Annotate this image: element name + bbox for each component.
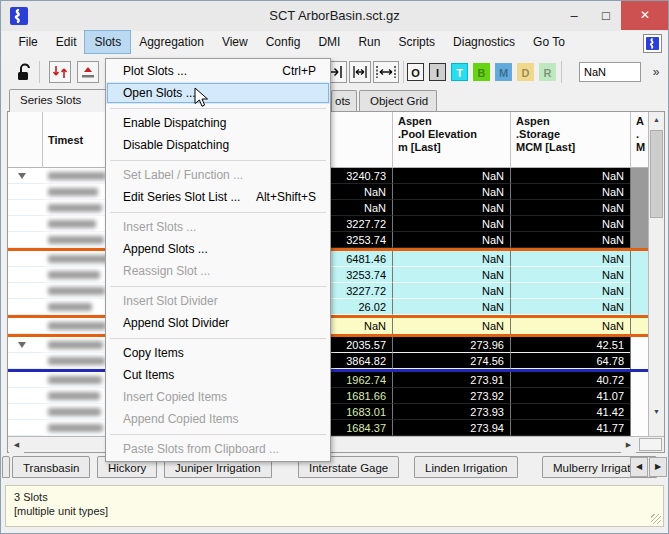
value-cell[interactable]: NaN — [510, 267, 630, 283]
title-bar[interactable]: SCT ArborBasin.sct.gz – □ ✕ — [1, 1, 668, 31]
partial-value-cell[interactable] — [630, 283, 648, 299]
partial-value-cell[interactable] — [630, 388, 648, 404]
row-gutter[interactable] — [8, 283, 42, 299]
value-cell[interactable]: NaN — [510, 283, 630, 299]
tab-scroll-right-icon[interactable]: ▶ — [649, 457, 667, 477]
row-gutter[interactable] — [8, 216, 42, 232]
header-partial-column[interactable]: A.M — [630, 112, 648, 168]
top-tab-ots[interactable]: ots — [331, 90, 357, 111]
scroll-right-icon[interactable]: ▶ — [621, 437, 636, 453]
value-cell[interactable]: 42.51 — [510, 337, 630, 353]
header-aspen-storage[interactable]: Aspen.StorageMCM [Last] — [510, 112, 630, 168]
row-gutter[interactable] — [8, 420, 42, 436]
menu-item-edit-series-slot-list[interactable]: Edit Series Slot List ...Alt+Shift+S — [106, 186, 330, 208]
value-cell[interactable]: 273.94 — [392, 420, 510, 436]
row-gutter[interactable] — [8, 168, 42, 184]
value-entry-input[interactable] — [579, 62, 641, 82]
row-gutter[interactable] — [8, 404, 42, 420]
flag-button-r[interactable]: R — [539, 63, 556, 81]
value-cell[interactable]: NaN — [392, 216, 510, 232]
partial-tab[interactable] — [2, 456, 10, 478]
partial-value-cell[interactable] — [630, 299, 648, 315]
menubar-item-aggregation[interactable]: Aggregation — [130, 31, 213, 53]
scroll-down-icon[interactable]: ▼ — [649, 404, 664, 420]
flag-button-b[interactable]: B — [473, 63, 490, 81]
partial-value-cell[interactable] — [630, 267, 648, 283]
menu-item-insert-slot-divider[interactable]: Insert Slot Divider — [106, 290, 330, 312]
value-cell[interactable]: NaN — [510, 232, 630, 248]
value-cell[interactable]: NaN — [510, 299, 630, 315]
row-gutter[interactable] — [8, 232, 42, 248]
sheet-tab-transbasin[interactable]: Transbasin — [12, 456, 90, 478]
value-cell[interactable]: 41.42 — [510, 404, 630, 420]
menu-item-disable-dispatching[interactable]: Disable Dispatching — [106, 134, 330, 156]
value-cell[interactable]: NaN — [510, 216, 630, 232]
close-button[interactable]: ✕ — [621, 1, 669, 30]
value-cell[interactable]: NaN — [392, 318, 510, 334]
flag-button-o[interactable]: O — [407, 63, 424, 81]
value-cell[interactable]: NaN — [510, 184, 630, 200]
value-cell[interactable]: NaN — [392, 283, 510, 299]
row-gutter[interactable] — [8, 388, 42, 404]
value-cell[interactable]: NaN — [392, 232, 510, 248]
partial-value-cell[interactable] — [630, 200, 648, 216]
menubar-item-diagnostics[interactable]: Diagnostics — [444, 31, 524, 53]
value-cell[interactable]: NaN — [392, 299, 510, 315]
dispatch-arrows-icon[interactable] — [49, 61, 71, 83]
value-cell[interactable]: 273.93 — [392, 404, 510, 420]
partial-value-cell[interactable] — [630, 216, 648, 232]
menubar-item-slots[interactable]: Slots — [85, 31, 130, 53]
value-cell[interactable]: NaN — [392, 168, 510, 184]
row-gutter[interactable] — [8, 184, 42, 200]
partial-value-cell[interactable] — [630, 232, 648, 248]
menubar-item-run[interactable]: Run — [349, 31, 389, 53]
value-cell[interactable]: NaN — [392, 267, 510, 283]
row-gutter[interactable] — [8, 200, 42, 216]
flag-button-i[interactable]: I — [429, 63, 446, 81]
flag-button-t[interactable]: T — [451, 63, 468, 81]
menubar-item-config[interactable]: Config — [257, 31, 310, 53]
value-cell[interactable]: NaN — [392, 184, 510, 200]
partial-value-cell[interactable] — [630, 420, 648, 436]
partial-value-cell[interactable] — [630, 184, 648, 200]
menu-item-open-slots[interactable]: Open Slots ... — [106, 82, 330, 104]
value-cell[interactable]: 41.07 — [510, 388, 630, 404]
riverware-workspace-icon[interactable] — [643, 34, 662, 53]
lock-icon[interactable] — [14, 62, 34, 82]
value-cell[interactable]: 274.56 — [392, 353, 510, 369]
menu-item-copy-items[interactable]: Copy Items — [106, 342, 330, 364]
row-gutter[interactable] — [8, 337, 42, 353]
menu-item-insert-slots[interactable]: Insert Slots ... — [106, 216, 330, 238]
row-gutter[interactable] — [8, 299, 42, 315]
menubar-item-scripts[interactable]: Scripts — [389, 31, 444, 53]
row-gutter[interactable] — [8, 267, 42, 283]
top-tab-object-grid[interactable]: Object Grid — [359, 90, 437, 111]
value-cell[interactable]: 41.77 — [510, 420, 630, 436]
partial-value-cell[interactable] — [630, 337, 648, 353]
menu-item-plot-slots[interactable]: Plot Slots ...Ctrl+P — [106, 60, 330, 82]
row-gutter[interactable] — [8, 318, 42, 334]
partial-value-cell[interactable] — [630, 318, 648, 334]
menu-item-enable-dispatching[interactable]: Enable Dispatching — [106, 112, 330, 134]
partial-value-cell[interactable] — [630, 251, 648, 267]
vertical-scroll-thumb[interactable] — [650, 130, 663, 218]
value-cell[interactable]: NaN — [510, 251, 630, 267]
menubar-item-go-to[interactable]: Go To — [524, 31, 574, 53]
value-cell[interactable]: 40.72 — [510, 372, 630, 388]
insert-row-icon[interactable] — [77, 61, 99, 83]
scroll-up-icon[interactable]: ▲ — [649, 112, 664, 128]
sheet-tab-linden-irrigation[interactable]: Linden Irrigation — [414, 456, 518, 478]
menu-item-append-copied-items[interactable]: Append Copied Items — [106, 408, 330, 430]
row-gutter[interactable] — [8, 372, 42, 388]
expand-columns-icon[interactable] — [373, 61, 399, 83]
header-aspen-pool-elevation[interactable]: Aspen.Pool Elevationm [Last] — [392, 112, 510, 168]
menu-item-paste-slots-from-clipboard[interactable]: Paste Slots from Clipboard ... — [106, 438, 330, 460]
menubar-item-file[interactable]: File — [9, 31, 46, 53]
resize-grip[interactable] — [651, 514, 661, 524]
menu-item-append-slot-divider[interactable]: Append Slot Divider — [106, 312, 330, 334]
flag-button-d[interactable]: D — [517, 63, 534, 81]
menubar-item-view[interactable]: View — [213, 31, 257, 53]
scroll-left-icon[interactable]: ◀ — [9, 437, 24, 453]
value-cell[interactable]: 273.91 — [392, 372, 510, 388]
value-cell[interactable]: NaN — [392, 200, 510, 216]
